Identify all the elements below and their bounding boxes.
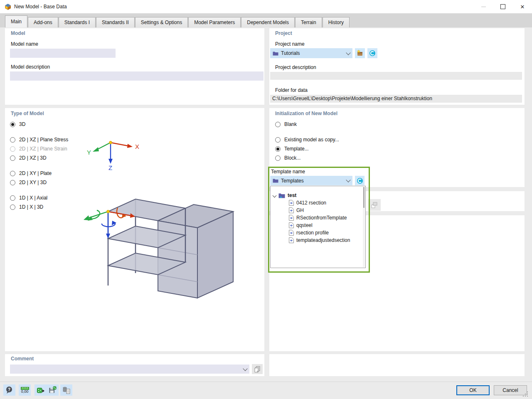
scrollbar-thumb[interactable] [363,187,365,208]
axis-x-label: X [135,143,139,150]
tree-item-label: qqsteel [296,222,313,228]
radio-1d-x-axial[interactable]: 1D | X | Axial [10,195,47,201]
chevron-down-icon [243,366,247,371]
model-preview-image [76,188,246,317]
tree-node-test[interactable]: test [273,192,296,199]
template-tree-dropdown: test 0412 rsection GH RSectionfromTempla… [270,186,366,268]
folder-open-icon [278,193,285,198]
tree-node-label: test [288,192,296,198]
expander-chevron-icon[interactable] [273,193,277,197]
template-name-combobox[interactable]: Templates [270,176,352,185]
resize-grip[interactable] [523,392,523,392]
ok-button[interactable]: OK [456,385,490,395]
tab-settings-options[interactable]: Settings & Options [135,17,188,27]
radio-circle [10,180,15,185]
transfer-base-data-button[interactable] [60,384,72,396]
maximize-icon [500,4,505,9]
copy-comment-button[interactable] [252,364,263,374]
svg-text:?: ? [8,387,10,392]
project-name-label: Project name [275,41,305,47]
radio-2d-xz-3d[interactable]: 2D | XZ | 3D [10,155,47,161]
tree-scrollbar[interactable] [363,187,365,267]
radio-1d-x-3d[interactable]: 1D | X | 3D [10,204,43,210]
template-file-icon [289,237,294,243]
comment-combobox[interactable] [10,365,249,374]
chevron-down-icon [346,50,350,55]
radio-circle [275,122,281,127]
tree-item[interactable]: templateadjustedsection [289,236,350,244]
radio-circle [10,122,15,127]
template-name-label: Template name [271,169,305,175]
tree-item[interactable]: GH [289,207,304,214]
cloud-sync-icon [369,50,376,57]
close-icon: ✕ [520,4,525,10]
template-combo-value: Templates [281,178,304,184]
coordinate-axes-diagram: X Y Z [84,135,143,172]
type-of-model-heading: Type of Model [11,111,44,116]
radio-circle [275,146,281,152]
comment-heading: Comment [11,356,34,362]
tree-item[interactable]: 0412 rsection [289,199,326,207]
radio-existing-model-as-copy[interactable]: Existing model as copy... [275,136,339,143]
project-name-combobox[interactable]: Tutorials [270,48,352,58]
tree-item[interactable]: rsection profile [289,229,329,236]
minimize-icon [481,7,486,7]
cloud-sync-icon [357,177,363,184]
save-as-template-button[interactable] [47,384,59,396]
radio-block[interactable]: Block... [275,155,300,161]
tab-strip: Main Add-ons Standards I Standards II Se… [0,13,532,27]
tab-standards-1[interactable]: Standards I [59,17,96,27]
tree-item-label: RSectionfromTemplate [296,215,347,221]
close-button[interactable]: ✕ [513,0,532,13]
database-document-icon [62,387,70,394]
tree-item[interactable]: qqsteel [289,222,313,229]
model-description-input[interactable] [10,71,264,81]
folder-icon [273,51,278,56]
tab-standards-2[interactable]: Standards II [96,17,135,27]
tab-dependent-models[interactable]: Dependent Models [241,17,295,27]
tab-history[interactable]: History [323,17,350,27]
footer-divider [0,382,532,382]
radio-2d-xz-plane-stress[interactable]: 2D | XZ | Plane Stress [10,136,68,143]
model-description-label: Model description [11,64,50,70]
tab-add-ons[interactable]: Add-ons [28,17,58,27]
radio-circle [10,204,15,210]
sync-template-button[interactable] [355,176,365,185]
radio-template[interactable]: Template... [275,145,309,152]
radio-2d-xy-3d[interactable]: 2D | XY | 3D [10,179,47,186]
model-name-input[interactable] [10,49,116,58]
tree-item[interactable]: RSectionfromTemplate [289,214,347,222]
tree-item-label: rsection profile [296,230,329,236]
tab-main[interactable]: Main [5,15,27,27]
app-cube-icon [4,3,12,10]
radio-3d[interactable]: 3D [10,121,25,128]
help-button[interactable]: ? [3,384,15,396]
radio-circle [10,195,15,201]
help-icon: ? [5,386,13,394]
radio-circle [275,137,281,143]
minimize-button [474,0,493,13]
radio-circle [10,155,15,161]
cancel-button[interactable]: Cancel [494,385,527,395]
open-project-manager-button[interactable] [355,48,365,58]
sync-project-button[interactable] [367,48,377,58]
apply-settings-button[interactable] [34,384,47,396]
tab-terrain[interactable]: Terrain [295,17,322,27]
axis-y-label: Y [87,149,91,156]
units-decimal-places-button[interactable]: 0,00 [19,384,31,396]
project-manager-icon [356,49,364,57]
maximize-button[interactable] [493,0,512,13]
project-heading: Project [275,30,292,36]
radio-blank[interactable]: Blank [275,121,297,128]
chevron-down-icon [346,177,350,182]
folder-for-data-label: Folder for data [275,87,308,93]
units-decimal-text: 0,00 [21,390,29,394]
radio-circle [10,146,15,152]
title-bar: New Model - Base Data ✕ [0,0,532,13]
tab-model-parameters[interactable]: Model Parameters [188,17,241,27]
window-title: New Model - Base Data [14,0,67,13]
new-model-dialog: { "window": { "title": "New Model - Base… [0,0,532,399]
tree-item-label: templateadjustedsection [296,237,350,243]
radio-2d-xy-plate[interactable]: 2D | XY | Plate [10,170,52,177]
model-heading: Model [11,30,25,36]
